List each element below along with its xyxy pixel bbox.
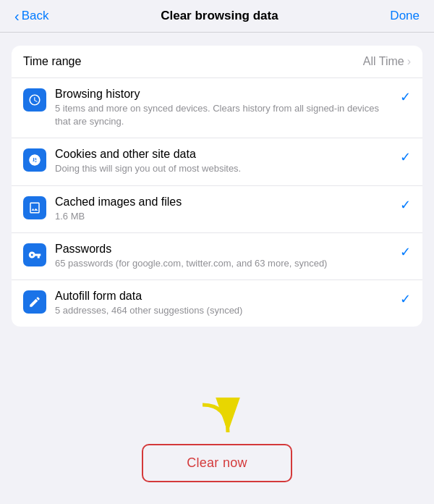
browsing-history-item[interactable]: Browsing history 5 items and more on syn… — [12, 78, 422, 138]
cached-item[interactable]: Cached images and files 1.6 MB ✓ — [12, 186, 422, 233]
page-title: Clear browsing data — [161, 9, 278, 23]
browsing-history-check: ✓ — [400, 89, 411, 105]
header: ‹ Back Clear browsing data Done — [0, 0, 434, 33]
time-range-value-container: All Time › — [363, 55, 411, 68]
browsing-history-title: Browsing history — [55, 88, 393, 101]
cookies-item[interactable]: Cookies and other site data Doing this w… — [12, 138, 422, 185]
back-button[interactable]: ‹ Back — [14, 9, 48, 23]
cookies-text: Cookies and other site data Doing this w… — [55, 148, 393, 175]
history-icon — [23, 88, 46, 112]
passwords-title: Passwords — [55, 243, 393, 256]
cached-desc: 1.6 MB — [55, 210, 393, 223]
cached-text: Cached images and files 1.6 MB — [55, 196, 393, 223]
cookies-title: Cookies and other site data — [55, 148, 393, 161]
browsing-history-text: Browsing history 5 items and more on syn… — [55, 88, 393, 128]
cookies-check: ✓ — [400, 149, 411, 165]
svg-point-2 — [33, 161, 35, 163]
browsing-history-desc: 5 items and more on synced devices. Clea… — [55, 102, 393, 128]
cached-icon — [23, 196, 46, 219]
cookies-icon — [23, 148, 46, 172]
cached-check: ✓ — [400, 197, 411, 213]
autofill-item[interactable]: Autofill form data 5 addresses, 464 othe… — [12, 280, 422, 327]
done-button[interactable]: Done — [390, 9, 420, 23]
password-icon — [23, 243, 46, 266]
autofill-text: Autofill form data 5 addresses, 464 othe… — [55, 290, 393, 317]
cached-title: Cached images and files — [55, 196, 393, 209]
autofill-desc: 5 addresses, 464 other suggestions (sync… — [55, 304, 393, 317]
time-range-arrow-icon: › — [407, 55, 411, 68]
bottom-area: Clear now — [0, 398, 434, 504]
arrow-annotation — [188, 398, 246, 441]
passwords-check: ✓ — [400, 244, 411, 260]
autofill-title: Autofill form data — [55, 290, 393, 303]
autofill-icon — [23, 290, 46, 314]
time-range-label: Time range — [23, 55, 81, 68]
time-range-value: All Time — [363, 55, 404, 68]
passwords-text: Passwords 65 passwords (for google.com, … — [55, 243, 393, 270]
settings-card: Time range All Time › Browsing history 5… — [12, 46, 422, 327]
passwords-desc: 65 passwords (for google.com, twitter.co… — [55, 257, 393, 270]
chevron-left-icon: ‹ — [14, 9, 20, 23]
back-label: Back — [22, 9, 49, 23]
time-range-row[interactable]: Time range All Time › — [12, 46, 422, 78]
autofill-check: ✓ — [400, 291, 411, 307]
passwords-item[interactable]: Passwords 65 passwords (for google.com, … — [12, 233, 422, 280]
clear-now-button[interactable]: Clear now — [142, 444, 292, 482]
svg-point-0 — [32, 159, 33, 160]
svg-point-3 — [36, 158, 37, 159]
svg-point-1 — [35, 160, 37, 161]
cookies-desc: Doing this will sign you out of most web… — [55, 162, 393, 175]
